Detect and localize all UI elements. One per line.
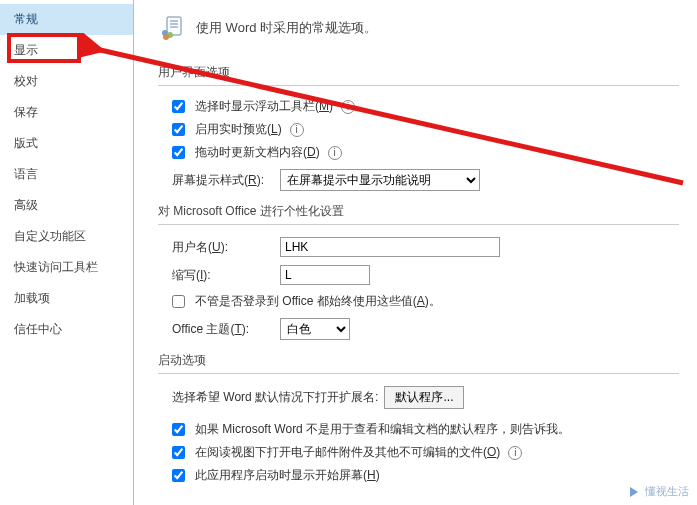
watermark: 懂视生活 xyxy=(627,484,689,499)
label-initials: 缩写(I): xyxy=(172,267,272,284)
checkbox-tell-default[interactable] xyxy=(172,423,185,436)
label-mini-toolbar: 选择时显示浮动工具栏(M) xyxy=(195,98,333,115)
checkbox-show-start-screen[interactable] xyxy=(172,469,185,482)
button-default-programs[interactable]: 默认程序... xyxy=(384,386,464,409)
select-screentip-style[interactable]: 在屏幕提示中显示功能说明 xyxy=(280,169,480,191)
sidebar-item-proofing[interactable]: 校对 xyxy=(0,66,133,97)
sidebar-item-addins[interactable]: 加载项 xyxy=(0,283,133,314)
label-update-on-drag: 拖动时更新文档内容(D) xyxy=(195,144,320,161)
label-screentip-style: 屏幕提示样式(R): xyxy=(172,172,272,189)
info-icon[interactable]: i xyxy=(328,146,342,160)
label-live-preview: 启用实时预览(L) xyxy=(195,121,282,138)
sidebar-item-general[interactable]: 常规 xyxy=(0,4,133,35)
input-username[interactable] xyxy=(280,237,500,257)
sidebar-item-advanced[interactable]: 高级 xyxy=(0,190,133,221)
svg-point-6 xyxy=(163,34,169,40)
sidebar-item-trust-center[interactable]: 信任中心 xyxy=(0,314,133,345)
sidebar-item-save[interactable]: 保存 xyxy=(0,97,133,128)
section-ui-options: 用户界面选项 xyxy=(158,60,679,86)
info-icon[interactable]: i xyxy=(290,123,304,137)
section-personalize: 对 Microsoft Office 进行个性化设置 xyxy=(158,199,679,225)
sidebar-item-display[interactable]: 显示 xyxy=(0,35,133,66)
checkbox-update-on-drag[interactable] xyxy=(172,146,185,159)
sidebar-item-customize-ribbon[interactable]: 自定义功能区 xyxy=(0,221,133,252)
info-icon[interactable]: i xyxy=(341,100,355,114)
input-initials[interactable] xyxy=(280,265,370,285)
main-panel: 使用 Word 时采用的常规选项。 用户界面选项 选择时显示浮动工具栏(M) i… xyxy=(134,0,697,505)
info-icon[interactable]: i xyxy=(508,446,522,460)
label-always-use-values: 不管是否登录到 Office 都始终使用这些值(A)。 xyxy=(195,293,441,310)
sidebar-item-quick-access[interactable]: 快速访问工具栏 xyxy=(0,252,133,283)
label-tell-default: 如果 Microsoft Word 不是用于查看和编辑文档的默认程序，则告诉我。 xyxy=(195,421,570,438)
checkbox-mini-toolbar[interactable] xyxy=(172,100,185,113)
label-office-theme: Office 主题(T): xyxy=(172,321,272,338)
checkbox-open-reading-view[interactable] xyxy=(172,446,185,459)
select-office-theme[interactable]: 白色 xyxy=(280,318,350,340)
label-open-reading-view: 在阅读视图下打开电子邮件附件及其他不可编辑的文件(O) xyxy=(195,444,500,461)
sidebar-item-language[interactable]: 语言 xyxy=(0,159,133,190)
label-show-start-screen: 此应用程序启动时显示开始屏幕(H) xyxy=(195,467,380,484)
label-default-extensions: 选择希望 Word 默认情况下打开扩展名: xyxy=(172,389,378,406)
section-startup: 启动选项 xyxy=(158,348,679,374)
general-options-icon xyxy=(158,14,186,42)
page-title: 使用 Word 时采用的常规选项。 xyxy=(196,19,377,37)
checkbox-live-preview[interactable] xyxy=(172,123,185,136)
label-username: 用户名(U): xyxy=(172,239,272,256)
sidebar-item-layout[interactable]: 版式 xyxy=(0,128,133,159)
sidebar: 常规 显示 校对 保存 版式 语言 高级 自定义功能区 快速访问工具栏 加载项 … xyxy=(0,0,134,505)
checkbox-always-use-values[interactable] xyxy=(172,295,185,308)
